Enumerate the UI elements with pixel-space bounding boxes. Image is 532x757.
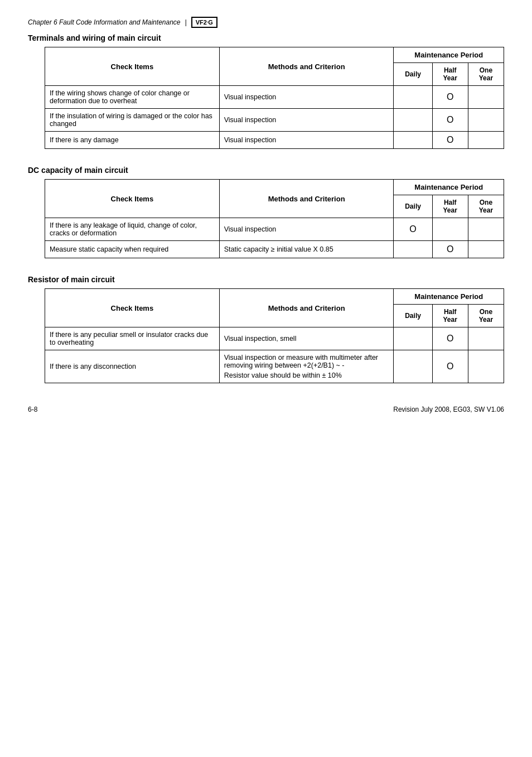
page-number: 6-8 (28, 406, 37, 413)
col-header-maintenance: Maintenance Period (394, 180, 504, 195)
cell-daily (394, 241, 432, 258)
col-header-check: Check Items (45, 47, 220, 86)
check-item: If there is any peculiar smell or insula… (45, 327, 220, 350)
check-item: If the insulation of wiring is damaged o… (45, 109, 220, 132)
cell-one_year (468, 109, 504, 132)
separator: | (185, 18, 187, 26)
chapter-title: Chapter 6 Fault Code Information and Mai… (28, 18, 181, 26)
method-criterion: Visual inspection (219, 109, 394, 132)
cell-one_year (468, 350, 504, 383)
cell-daily (394, 109, 432, 132)
table-row: If there is any leakage of liquid, chang… (45, 218, 504, 241)
method-criterion: Visual inspection (219, 218, 394, 241)
method-criterion: Static capacity ≥ initial value X 0.85 (219, 241, 394, 258)
col-header-daily: Daily (394, 195, 432, 218)
table-row: If there is any peculiar smell or insula… (45, 327, 504, 350)
section-title-dc-capacity: DC capacity of main circuit (28, 166, 504, 175)
cell-half_year: O (432, 86, 468, 109)
col-header-maintenance: Maintenance Period (394, 47, 504, 63)
check-item: Measure static capacity when required (45, 241, 220, 258)
method-criterion: Visual inspection (219, 86, 394, 109)
col-header-maintenance: Maintenance Period (394, 289, 504, 305)
table-row: If the insulation of wiring is damaged o… (45, 109, 504, 132)
table-resistor: Check ItemsMethods and CriterionMaintena… (45, 288, 504, 383)
cell-daily (394, 327, 432, 350)
col-header-method: Methods and Criterion (219, 47, 394, 86)
cell-half_year: O (432, 109, 468, 132)
cell-one_year (468, 327, 504, 350)
cell-one_year (468, 241, 504, 258)
check-item: If there is any disconnection (45, 350, 220, 383)
cell-half_year: O (432, 327, 468, 350)
method-criterion: Visual inspection or measure with multim… (219, 350, 394, 383)
section-terminals: Terminals and wiring of main circuitChec… (28, 33, 504, 149)
revision-info: Revision July 2008, EG03, SW V1.06 (393, 406, 504, 413)
cell-daily (394, 350, 432, 383)
section-title-resistor: Resistor of main circuit (28, 275, 504, 284)
cell-one_year (468, 86, 504, 109)
col-header-one_year: OneYear (468, 195, 504, 218)
section-title-terminals: Terminals and wiring of main circuit (28, 33, 504, 42)
col-header-check: Check Items (45, 289, 220, 327)
method-criterion: Visual inspection, smell (219, 327, 394, 350)
col-header-method: Methods and Criterion (219, 289, 394, 327)
cell-daily (394, 132, 432, 149)
col-header-half_year: HalfYear (432, 195, 468, 218)
col-header-check: Check Items (45, 180, 220, 218)
cell-half_year: O (432, 132, 468, 149)
table-row: If there is any damageVisual inspectionO (45, 132, 504, 149)
check-item: If the wiring shows change of color chan… (45, 86, 220, 109)
cell-half_year: O (432, 241, 468, 258)
table-row: If the wiring shows change of color chan… (45, 86, 504, 109)
cell-one_year (468, 218, 504, 241)
cell-daily (394, 86, 432, 109)
logo: VF2·G (191, 17, 217, 28)
cell-one_year (468, 132, 504, 149)
check-item: If there is any damage (45, 132, 220, 149)
col-header-half_year: HalfYear (432, 63, 468, 86)
col-header-one_year: OneYear (468, 305, 504, 327)
table-dc-capacity: Check ItemsMethods and CriterionMaintena… (45, 179, 504, 258)
cell-daily: O (394, 218, 432, 241)
cell-half_year: O (432, 350, 468, 383)
col-header-half_year: HalfYear (432, 305, 468, 327)
col-header-method: Methods and Criterion (219, 180, 394, 218)
page-footer: 6-8 Revision July 2008, EG03, SW V1.06 (28, 406, 504, 413)
table-row: If there is any disconnectionVisual insp… (45, 350, 504, 383)
col-header-daily: Daily (394, 305, 432, 327)
col-header-one_year: OneYear (468, 63, 504, 86)
cell-half_year (432, 218, 468, 241)
chapter-header: Chapter 6 Fault Code Information and Mai… (28, 17, 504, 28)
col-header-daily: Daily (394, 63, 432, 86)
table-terminals: Check ItemsMethods and CriterionMaintena… (45, 47, 504, 149)
check-item: If there is any leakage of liquid, chang… (45, 218, 220, 241)
table-row: Measure static capacity when requiredSta… (45, 241, 504, 258)
section-resistor: Resistor of main circuitCheck ItemsMetho… (28, 275, 504, 383)
method-criterion: Visual inspection (219, 132, 394, 149)
section-dc-capacity: DC capacity of main circuitCheck ItemsMe… (28, 166, 504, 258)
